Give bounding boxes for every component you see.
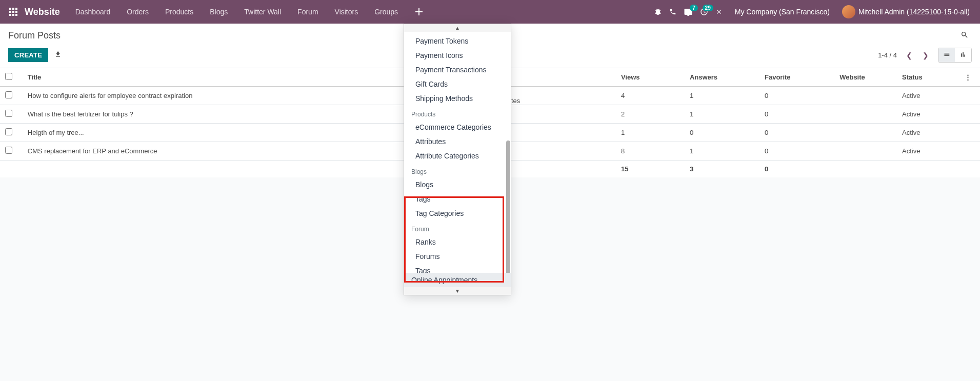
header-checkbox[interactable] <box>0 68 23 87</box>
svg-rect-6 <box>9 14 11 16</box>
menu-payment-icons[interactable]: Payment Icons <box>404 48 511 63</box>
top-navbar: Website Dashboard Orders Products Blogs … <box>0 0 980 24</box>
svg-rect-2 <box>15 8 17 10</box>
nav-forum[interactable]: Forum <box>289 2 326 22</box>
create-button[interactable]: CREATE <box>8 48 48 62</box>
svg-rect-5 <box>15 11 17 13</box>
pager-text[interactable]: 1-4 / 4 <box>878 51 897 59</box>
cell-answers: 0 <box>685 124 759 142</box>
cell-status: Active <box>897 142 959 161</box>
nav-visitors[interactable]: Visitors <box>327 2 367 22</box>
cell-website <box>834 124 897 142</box>
row-checkbox[interactable] <box>5 128 12 135</box>
total-favorite: 0 <box>759 161 834 178</box>
menu-forum-tags[interactable]: Tags <box>404 264 511 273</box>
header-options-icon[interactable]: ⋮ <box>959 68 980 87</box>
menu-payment-tokens[interactable]: Payment Tokens <box>404 34 511 48</box>
cell-website <box>834 142 897 161</box>
nav-new-icon[interactable] <box>406 2 432 22</box>
cell-status: Active <box>897 105 959 124</box>
menu-group-forum: Forum <box>404 220 511 235</box>
cell-title: Heigth of my tree... <box>23 124 404 142</box>
pager-next[interactable]: ❯ <box>918 49 933 62</box>
nav-dashboard[interactable]: Dashboard <box>67 2 119 22</box>
header-website[interactable]: Website <box>834 68 897 87</box>
menu-attribute-categories[interactable]: Attribute Categories <box>404 149 511 163</box>
cell-answers: 1 <box>685 105 759 124</box>
svg-rect-1 <box>12 8 14 10</box>
header-title[interactable]: Title <box>23 68 404 87</box>
menu-attributes[interactable]: Attributes <box>404 134 511 149</box>
nav-orders[interactable]: Orders <box>118 2 157 22</box>
row-checkbox[interactable] <box>5 91 12 98</box>
cell-favorite: 0 <box>759 105 834 124</box>
menu-blogs[interactable]: Blogs <box>404 177 511 192</box>
menu-shipping-methods[interactable]: Shipping Methods <box>404 91 511 106</box>
cell-views: 2 <box>616 105 685 124</box>
menu-scroll-down[interactable]: ▼ <box>404 287 511 295</box>
config-dropdown: ▲ Payment Tokens Payment Icons Payment T… <box>404 24 511 295</box>
menu-ranks[interactable]: Ranks <box>404 235 511 249</box>
menu-payment-transactions[interactable]: Payment Transactions <box>404 63 511 77</box>
menu-ecommerce-categories[interactable]: eCommerce Categories <box>404 120 511 134</box>
cross-icon[interactable] <box>715 8 723 15</box>
header-favorite[interactable]: Favorite <box>759 68 834 87</box>
cell-favorite: 0 <box>759 87 834 105</box>
cell-answers: 1 <box>685 87 759 105</box>
filter-fragment: tes <box>511 97 520 105</box>
cell-favorite: 0 <box>759 124 834 142</box>
row-checkbox[interactable] <box>5 147 12 154</box>
svg-rect-10 <box>415 11 423 12</box>
cell-title: What is the best fertilizer for tulips ? <box>23 105 404 124</box>
chat-badge: 7 <box>690 5 698 11</box>
nav-groups[interactable]: Groups <box>366 2 406 22</box>
menu-tag-categories[interactable]: Tag Categories <box>404 206 511 220</box>
svg-rect-4 <box>12 11 14 13</box>
pager-prev[interactable]: ❮ <box>902 49 916 62</box>
graph-view-button[interactable] <box>955 48 971 62</box>
nav-products[interactable]: Products <box>157 2 202 22</box>
company-selector[interactable]: My Company (San Francisco) <box>730 8 835 16</box>
export-icon[interactable] <box>54 51 62 59</box>
menu-scrollbar-thumb[interactable] <box>506 141 510 273</box>
menu-scroll-up[interactable]: ▲ <box>404 24 511 32</box>
nav-twitter-wall[interactable]: Twitter Wall <box>236 2 289 22</box>
chat-icon[interactable]: 7 <box>684 8 693 16</box>
user-label: Mitchell Admin (14225100-15-0-all) <box>858 8 970 16</box>
cell-views: 4 <box>616 87 685 105</box>
avatar <box>842 5 855 18</box>
page-title: Forum Posts <box>8 30 61 41</box>
total-views: 15 <box>616 161 685 178</box>
menu-forums[interactable]: Forums <box>404 249 511 264</box>
view-switcher <box>938 48 972 63</box>
header-status[interactable]: Status <box>897 68 959 87</box>
menu-gift-cards[interactable]: Gift Cards <box>404 77 511 91</box>
svg-rect-0 <box>9 8 11 10</box>
nav-blogs[interactable]: Blogs <box>202 2 236 22</box>
header-views[interactable]: Views <box>616 68 685 87</box>
debug-icon[interactable] <box>654 8 662 16</box>
list-view-button[interactable] <box>938 48 955 62</box>
activity-badge: 29 <box>703 5 713 11</box>
cell-title: How to configure alerts for employee con… <box>23 87 404 105</box>
user-menu[interactable]: Mitchell Admin (14225100-15-0-all) <box>842 5 970 18</box>
apps-icon[interactable] <box>4 8 23 16</box>
header-answers[interactable]: Answers <box>685 68 759 87</box>
cell-website <box>834 105 897 124</box>
total-answers: 3 <box>685 161 759 178</box>
menu-group-products: Products <box>404 106 511 120</box>
menu-blog-tags[interactable]: Tags <box>404 192 511 206</box>
phone-icon[interactable] <box>669 8 676 15</box>
cell-views: 1 <box>616 124 685 142</box>
search-icon[interactable] <box>957 28 972 44</box>
menu-group-blogs: Blogs <box>404 163 511 177</box>
menu-scrollbar[interactable] <box>506 38 511 267</box>
row-checkbox[interactable] <box>5 110 12 117</box>
nav-items: Dashboard Orders Products Blogs Twitter … <box>67 2 406 22</box>
cell-website <box>834 87 897 105</box>
cell-views: 8 <box>616 142 685 161</box>
systray: 7 29 My Company (San Francisco) Mitchell… <box>654 5 976 18</box>
menu-online-appointments[interactable]: Online Appointments <box>404 273 511 287</box>
app-brand[interactable]: Website <box>23 7 67 17</box>
activity-icon[interactable]: 29 <box>700 8 708 16</box>
